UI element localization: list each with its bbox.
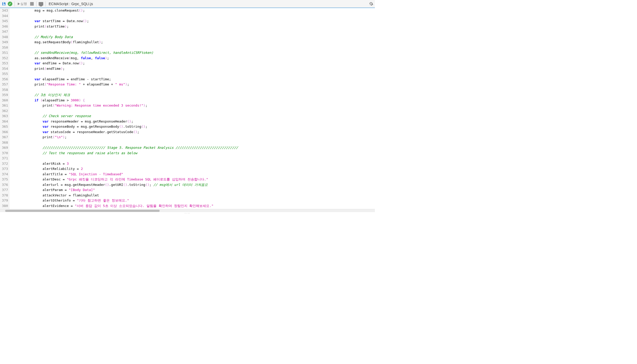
scrollbar-thumb[interactable] (5, 210, 160, 212)
toolbar: ✓ 실행 ECMAScript : Grpc_SQLI.js (0, 0, 375, 8)
console-button[interactable] (38, 1, 44, 7)
validate-button[interactable]: ✓ (7, 1, 13, 7)
play-icon (18, 3, 20, 5)
save-button[interactable] (1, 1, 7, 7)
gear-icon (369, 2, 373, 6)
grip-icon: ⋯⋯ (184, 212, 191, 214)
separator (14, 1, 15, 6)
svg-rect-0 (3, 3, 4, 4)
code-area[interactable]: msg = msg.cloneRequest(); var startTime … (9, 8, 375, 209)
stop-button[interactable] (29, 1, 35, 7)
run-label: 실행 (20, 2, 27, 6)
resize-handle[interactable]: ⋯⋯ (0, 212, 375, 214)
settings-button[interactable] (368, 1, 374, 7)
svg-rect-1 (3, 4, 5, 5)
editor-title: ECMAScript : Grpc_SQLI.js (49, 2, 93, 6)
check-icon: ✓ (8, 2, 12, 6)
monitor-icon (39, 2, 43, 6)
stop-icon (30, 2, 34, 6)
separator (45, 1, 46, 6)
separator (36, 1, 37, 6)
line-gutter: 343 344 345 346 347 348 349 350 351 352 … (0, 8, 9, 209)
editor: 343 344 345 346 347 348 349 350 351 352 … (0, 8, 375, 209)
run-button[interactable]: 실행 (16, 1, 29, 7)
